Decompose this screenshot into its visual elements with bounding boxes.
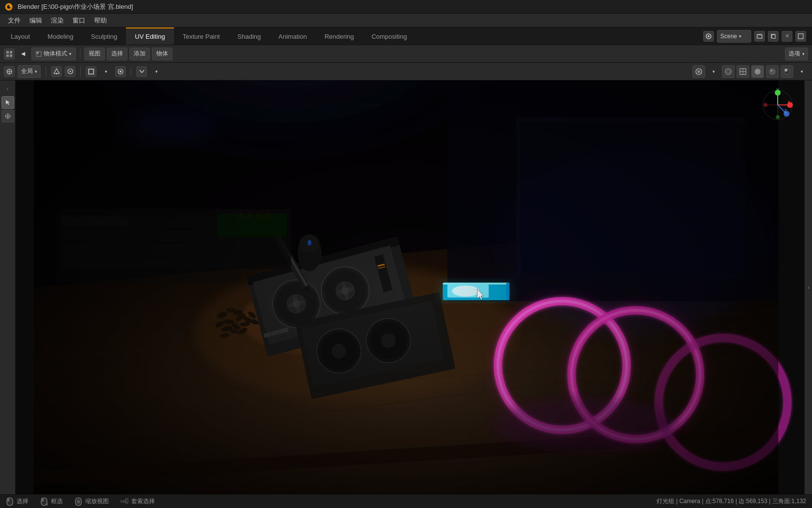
view-btn[interactable]: 视图 bbox=[84, 48, 105, 60]
select-btn[interactable]: 选择 bbox=[107, 48, 127, 60]
viewport-gizmo[interactable]: X Y Z bbox=[758, 85, 797, 125]
menu-help[interactable]: 帮助 bbox=[90, 15, 111, 26]
svg-point-152 bbox=[763, 103, 767, 107]
view-layer-icon[interactable] bbox=[754, 31, 765, 42]
menu-render[interactable]: 渲染 bbox=[47, 15, 68, 26]
cursor-tool-icon[interactable] bbox=[4, 66, 15, 77]
wireframe-shading-btn[interactable] bbox=[737, 65, 749, 78]
proportional-icon[interactable] bbox=[115, 66, 126, 77]
scene-icon-btn[interactable] bbox=[703, 31, 714, 42]
editor-type-btn[interactable] bbox=[4, 49, 15, 59]
svg-rect-10 bbox=[10, 51, 12, 53]
transform-pivot-icon[interactable] bbox=[51, 66, 62, 77]
tab-layout[interactable]: Layout bbox=[2, 27, 39, 45]
svg-rect-168 bbox=[125, 498, 128, 503]
overlay-dropdown-icon[interactable]: ▾ bbox=[707, 65, 720, 78]
tab-animation[interactable]: Animation bbox=[270, 27, 316, 45]
object-btn[interactable]: 物体 bbox=[152, 48, 172, 60]
svg-rect-8 bbox=[798, 34, 803, 39]
select-tool-btn[interactable] bbox=[1, 96, 14, 109]
move-tool-btn[interactable] bbox=[1, 110, 14, 123]
menu-edit[interactable]: 编辑 bbox=[25, 15, 46, 26]
sep2 bbox=[46, 67, 46, 76]
svg-rect-162 bbox=[41, 498, 44, 502]
ctrl-mouse-icon: Ctrl bbox=[121, 498, 128, 506]
menu-file[interactable]: 文件 bbox=[4, 15, 25, 26]
sep1 bbox=[80, 49, 80, 59]
copy-icon[interactable] bbox=[768, 31, 779, 42]
xray-icon[interactable] bbox=[722, 65, 735, 78]
svg-text:Ctrl: Ctrl bbox=[121, 500, 125, 503]
tab-shading[interactable]: Shading bbox=[229, 27, 270, 45]
tab-rendering[interactable]: Rendering bbox=[316, 27, 363, 45]
square-icon[interactable] bbox=[86, 66, 97, 77]
sep4 bbox=[131, 67, 131, 76]
tab-modeling[interactable]: Modeling bbox=[39, 27, 82, 45]
scene-render bbox=[0, 80, 812, 494]
tab-compositing[interactable]: Compositing bbox=[363, 27, 416, 45]
solid-shading-btn[interactable] bbox=[751, 65, 764, 78]
fullscreen-icon[interactable] bbox=[795, 31, 806, 42]
svg-rect-5 bbox=[757, 35, 762, 38]
svg-rect-11 bbox=[6, 54, 9, 57]
svg-point-4 bbox=[708, 35, 710, 37]
status-select: 选择 bbox=[6, 497, 28, 506]
secondary-toolbar: 全局 ▾ ▾ bbox=[0, 63, 812, 80]
status-right-info: 灯光组 | Camera | 点:578,716 | 边:569,153 | 三… bbox=[657, 497, 806, 506]
snap2-icon[interactable] bbox=[136, 66, 147, 77]
overlay-icon[interactable] bbox=[692, 65, 705, 78]
material-shading-btn[interactable] bbox=[766, 65, 779, 78]
svg-rect-7 bbox=[772, 35, 775, 38]
main-viewport[interactable]: ‹ › bbox=[0, 80, 812, 494]
svg-point-27 bbox=[727, 70, 730, 73]
collapse-left-btn[interactable]: ‹ bbox=[1, 82, 14, 95]
svg-point-31 bbox=[755, 69, 761, 75]
svg-rect-9 bbox=[6, 51, 9, 53]
left-toolbar: ‹ bbox=[0, 80, 16, 494]
status-lasso: Ctrl 套索选择 bbox=[121, 497, 155, 506]
svg-point-32 bbox=[769, 69, 775, 75]
svg-point-35 bbox=[785, 69, 787, 72]
view3d-header: ◀ 物体模式 ▾ 视图 选择 添加 物体 选项 ▾ bbox=[0, 45, 812, 63]
svg-rect-165 bbox=[77, 500, 80, 504]
secondary-toolbar-right: ▾ bbox=[692, 65, 808, 78]
scroll-icon bbox=[74, 498, 82, 506]
svg-point-2 bbox=[9, 5, 12, 7]
svg-point-20 bbox=[70, 71, 71, 72]
title-bar: Blender [E:\00-pigo\作业小场景 宫.blend] bbox=[0, 0, 812, 14]
status-box-select: 框选 bbox=[40, 497, 63, 506]
mouse-left-icon bbox=[6, 498, 14, 506]
svg-point-154 bbox=[776, 115, 780, 119]
svg-rect-12 bbox=[10, 54, 12, 57]
svg-rect-159 bbox=[7, 498, 9, 502]
blender-logo bbox=[4, 2, 14, 12]
square-dropdown-icon[interactable]: ▾ bbox=[99, 65, 112, 78]
proportional-dropdown-icon[interactable]: ▾ bbox=[150, 65, 163, 78]
svg-text:Z: Z bbox=[784, 108, 787, 113]
title-text: Blender [E:\00-pigo\作业小场景 宫.blend] bbox=[18, 2, 133, 11]
right-toolbar[interactable]: › bbox=[804, 80, 812, 494]
close-scene-icon[interactable]: ✕ bbox=[782, 31, 792, 42]
menu-window[interactable]: 窗口 bbox=[69, 15, 89, 26]
svg-rect-143 bbox=[34, 80, 778, 494]
scene-dropdown[interactable]: Scene ▾ bbox=[717, 30, 751, 43]
add-btn[interactable]: 添加 bbox=[129, 48, 150, 60]
global-dropdown[interactable]: 全局 ▾ bbox=[18, 65, 41, 78]
mode-dropdown[interactable]: 物体模式 ▾ bbox=[31, 48, 76, 60]
tab-texture-paint[interactable]: Texture Paint bbox=[174, 27, 229, 45]
options-dropdown[interactable]: 选项 ▾ bbox=[785, 48, 808, 60]
render-dropdown-icon[interactable]: ▾ bbox=[795, 65, 808, 78]
svg-point-23 bbox=[120, 71, 122, 73]
snap-icon[interactable] bbox=[65, 66, 75, 77]
tab-uv-editing[interactable]: UV Editing bbox=[126, 27, 173, 45]
svg-text:X: X bbox=[787, 100, 790, 104]
status-bar: 选择 框选 缩放视图 Ctrl bbox=[0, 494, 812, 508]
status-zoom: 缩放视图 bbox=[74, 497, 109, 506]
render-shading-btn[interactable] bbox=[781, 65, 793, 78]
nav-back-btn[interactable]: ◀ bbox=[17, 48, 29, 60]
sep3 bbox=[80, 67, 81, 76]
svg-point-33 bbox=[770, 70, 772, 72]
menu-bar: 文件 编辑 渲染 窗口 帮助 bbox=[0, 14, 812, 27]
tab-sculpting[interactable]: Sculpting bbox=[82, 27, 126, 45]
svg-point-26 bbox=[725, 69, 731, 75]
